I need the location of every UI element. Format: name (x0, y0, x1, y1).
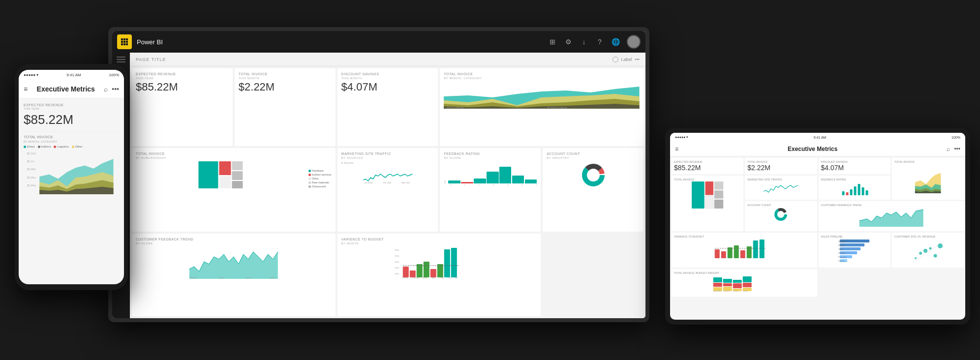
svg-text:Needs: Needs (838, 244, 844, 246)
phone-status-bar: ●●●●● ▾ 9:41 AM 100% (19, 70, 124, 80)
donut-chart (581, 163, 606, 187)
phone-content: Expected Revenue THIS YEAR $85.22M Total… (19, 98, 124, 201)
svg-text:$30k: $30k (395, 267, 399, 269)
battery-status: 100% (109, 73, 119, 77)
help-icon[interactable]: ? (595, 37, 604, 46)
tablet-variance-card: Varience to Budget (672, 233, 817, 268)
svg-rect-106 (723, 279, 732, 283)
total-invoice-area-card: Total Invoice BY MONTH, CATEGORY (440, 68, 643, 146)
svg-text:$50k: $50k (395, 255, 399, 257)
svg-rect-6 (198, 161, 218, 188)
svg-rect-7 (219, 161, 231, 175)
svg-rect-63 (714, 200, 723, 209)
svg-text:June: June (448, 277, 452, 279)
svg-rect-76 (721, 251, 726, 258)
svg-rect-59 (705, 181, 714, 195)
treemap-sub: BY SUBCATEGORY (136, 156, 332, 159)
feedback-trend-chart: May 24 Jun 07 Jun 21 Jul 05 (136, 247, 332, 279)
powerbi-main-content: PAGE TITLE Label ••• Expected Revenue TH… (130, 53, 645, 318)
download-icon[interactable]: ↓ (580, 37, 588, 46)
svg-rect-79 (740, 250, 745, 258)
svg-text:$20k: $20k (395, 272, 399, 275)
sparkline-traffic: Jan 2016 Feb 2016 Mar 2016 (341, 165, 434, 184)
settings-icon[interactable]: ⚙ (564, 37, 573, 46)
svg-rect-104 (713, 283, 722, 287)
tablet-invoice-area-card: Total Invoice (892, 158, 964, 200)
tablet-marketing-label: Marketing Site Traffic (747, 178, 814, 181)
tablet-treemap-svg (674, 181, 741, 209)
tablet-account-card: Account Count (745, 201, 817, 231)
svg-rect-34 (437, 264, 443, 277)
tablet-nav-title: Executive Metrics (682, 146, 943, 152)
label-btn-text: Label (621, 57, 632, 62)
svg-rect-113 (743, 283, 752, 287)
tablet-device-right: ●●●●● ▾ 9:41 AM 100% ≡ Executive Metrics… (665, 128, 970, 325)
svg-text:$0.12m: $0.12m (27, 152, 36, 155)
treemap-svg (136, 161, 306, 188)
svg-text:Jun 07: Jun 07 (219, 276, 225, 279)
svg-text:Proposal: Proposal (838, 256, 846, 258)
svg-point-99 (929, 247, 931, 250)
hamburger-menu-icon[interactable]: ≡ (24, 85, 28, 93)
tablet-invoice-label: Total Invoice (747, 160, 814, 163)
tablet-nav-bar: ≡ Executive Metrics ⌕ ••• (670, 142, 965, 156)
svg-text:Total: Total (454, 277, 458, 279)
tablet-invoice-area-label: Total Invoice (894, 160, 961, 163)
kpi-card-invoice: Total Invoice THIS MONTH $2.22M (235, 68, 336, 146)
account-count-sub: BY INDUSTRY (547, 156, 640, 159)
user-avatar[interactable] (627, 35, 641, 49)
kpi-revenue-title: Expected Revenue (136, 72, 229, 76)
svg-marker-74 (859, 210, 923, 227)
total-invoice-area-title: Total Invoice (444, 72, 640, 76)
svg-text:Feb 2016: Feb 2016 (383, 181, 392, 184)
phone-invoice-sub: BY MONTH, CATEGORY (24, 140, 119, 143)
hamburger-icon[interactable] (117, 57, 125, 62)
kpi-discount-title: Discount Savings (341, 72, 434, 76)
tablet-feedback-trend-svg (821, 207, 962, 227)
phone-revenue-label: Expected Revenue (24, 103, 119, 107)
more-icon[interactable]: ••• (112, 85, 119, 93)
marketing-traffic-title: Marketing Site Traffic (341, 152, 434, 155)
phone-device-left: ●●●●● ▾ 9:41 AM 100% ≡ Executive Metrics… (15, 64, 128, 290)
tablet-menu-icon[interactable]: ≡ (675, 146, 678, 152)
svg-text:Value: Value (838, 248, 844, 250)
svg-text:$0.08m: $0.08m (27, 168, 36, 171)
grid-icon[interactable]: ⊞ (548, 37, 557, 46)
globe-icon[interactable]: 🌐 (611, 37, 620, 46)
tablet-variance-svg (674, 239, 815, 258)
label-circle-icon (612, 57, 618, 62)
phone-nav-bar: ≡ Executive Metrics ⌕ ••• (19, 80, 124, 98)
svg-line-102 (913, 241, 944, 262)
account-count-title: Account Count (547, 152, 640, 155)
svg-point-101 (938, 243, 943, 248)
svg-rect-10 (232, 171, 243, 180)
svg-rect-75 (715, 249, 720, 258)
tablet-variance-label: Varience to Budget (674, 235, 815, 238)
more-options-icon[interactable]: ••• (635, 57, 640, 62)
page-title-label: PAGE TITLE (136, 57, 166, 62)
svg-rect-81 (753, 240, 758, 258)
svg-rect-36 (451, 248, 457, 277)
svg-text:$0.06m: $0.06m (27, 176, 36, 179)
tablet-feedback-bars (821, 181, 888, 195)
kpi-card-discount: Discount Savings THIS MONTH $4.07M (337, 68, 438, 146)
feedback-rating-sub: BY SCORE (444, 156, 537, 159)
tablet-treemap-label: Total Invoice (674, 178, 741, 181)
tablet-more-icon[interactable]: ••• (954, 146, 960, 152)
label-button[interactable]: Label ••• (612, 57, 640, 62)
tablet-search-icon[interactable]: ⌕ (947, 146, 950, 152)
svg-text:$0.1m: $0.1m (27, 160, 34, 163)
marketing-traffic-card: Marketing Site Traffic BY SOURCES ● Sour… (337, 148, 438, 231)
tablet-feedback-trend-card: Customer Feedback Trend (819, 201, 964, 231)
svg-rect-109 (733, 280, 742, 283)
phone-revenue-value: $85.22M (24, 112, 119, 127)
svg-text:February: February (548, 106, 568, 109)
svg-text:May 24: May 24 (190, 276, 197, 279)
dashboard-grid: Expected Revenue THIS YEAR $85.22M Total… (130, 66, 645, 318)
tablet-donut (773, 207, 788, 222)
search-icon[interactable]: ⌕ (104, 85, 108, 93)
tablet-feedback-trend-label: Customer Feedback Trend (821, 204, 962, 207)
svg-rect-65 (846, 192, 848, 195)
tablet-time: 9:41 AM (814, 136, 827, 139)
feedback-rating-card: Feedback Rating BY SCORE 100 (440, 148, 541, 231)
